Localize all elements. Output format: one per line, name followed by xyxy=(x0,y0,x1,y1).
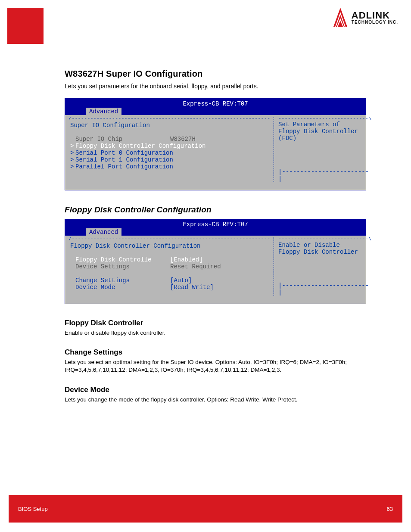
footer-section-label: BIOS Setup xyxy=(18,506,48,512)
heading-change-settings: Change Settings xyxy=(65,348,366,357)
bios-tab-advanced[interactable]: Advanced xyxy=(86,108,121,115)
adlink-logo-icon xyxy=(333,8,348,28)
bios-screen-superio: Express-CB REV:T07 Advanced /-----------… xyxy=(65,98,366,190)
bios-title: Express-CB REV:T07 xyxy=(65,100,366,107)
bios-row-spacer xyxy=(68,270,270,277)
bios-row-fdc-config[interactable]: > Floppy Disk Controller Configuration xyxy=(68,143,270,149)
bios-row-parallel[interactable]: > Parallel Port Configuration xyxy=(68,163,270,170)
bios-row-fdc-enable[interactable]: Floppy Disk Controlle [Enabled] xyxy=(68,256,270,263)
bios-row-serial1[interactable]: > Serial Port 1 Configuration xyxy=(68,156,270,163)
bios-screen-fdc: Express-CB REV:T07 Advanced /-----------… xyxy=(65,219,366,304)
paragraph-fdc: Enable or disable floppy disk controller… xyxy=(65,329,366,337)
paragraph-change-settings: Lets you select an optimal setting for t… xyxy=(65,358,366,374)
bios-border: /---------------------------------------… xyxy=(68,237,270,241)
subsection-title: Floppy Disk Controller Configuration xyxy=(65,205,366,215)
bios-border: -----------------------------\ xyxy=(278,237,371,241)
footer-page-number: 63 xyxy=(387,506,393,512)
logo-text-main: ADLINK xyxy=(352,11,398,20)
page-content: W83627H Super IO Configuration Lets you … xyxy=(65,69,366,404)
bios-panel-heading: Super IO Configuration xyxy=(70,122,270,129)
bios-divider xyxy=(274,117,274,182)
paragraph-device-mode: Lets you change the mode of the floppy d… xyxy=(65,396,366,404)
bios-help-divider: |------------------------| xyxy=(278,281,371,296)
heading-device-mode: Device Mode xyxy=(65,386,366,394)
bios-panel-heading: Floppy Disk Controller Configuration xyxy=(70,243,270,249)
bios-tab-advanced[interactable]: Advanced xyxy=(86,228,121,236)
bios-help-text: Set Parameters of Floppy Disk Controller… xyxy=(278,120,371,142)
bios-row-serial0[interactable]: > Serial Port 0 Configuration xyxy=(68,149,270,156)
bios-row-device-mode[interactable]: Device Mode [Read Write] xyxy=(68,284,270,291)
bios-help-divider: |------------------------| xyxy=(278,168,371,182)
bios-title: Express-CB REV:T07 xyxy=(65,220,366,228)
bios-titlebar: Express-CB REV:T07 Advanced xyxy=(65,99,366,115)
section-body: Lets you set parameters for the onboard … xyxy=(65,82,366,90)
bios-divider xyxy=(274,237,274,296)
brand-logo: ADLINK TECHNOLOGY INC. xyxy=(333,8,398,28)
bios-border: -----------------------------\ xyxy=(278,117,371,120)
header-red-block xyxy=(7,8,44,44)
logo-text-sub: TECHNOLOGY INC. xyxy=(352,20,398,25)
bios-row-device-settings: Device Settings Reset Required xyxy=(68,263,270,270)
bios-help-text: Enable or Disable Floppy Disk Controller xyxy=(278,241,371,255)
bios-border: /---------------------------------------… xyxy=(68,117,270,120)
bios-titlebar: Express-CB REV:T07 Advanced xyxy=(65,219,366,236)
bios-row-chip: Super IO Chip W83627H xyxy=(68,136,270,143)
section-title: W83627H Super IO Configuration xyxy=(65,69,366,79)
heading-fdc: Floppy Disk Controller xyxy=(65,319,366,327)
bios-row-change-settings[interactable]: Change Settings [Auto] xyxy=(68,277,270,284)
page-footer: BIOS Setup 63 xyxy=(9,495,402,523)
